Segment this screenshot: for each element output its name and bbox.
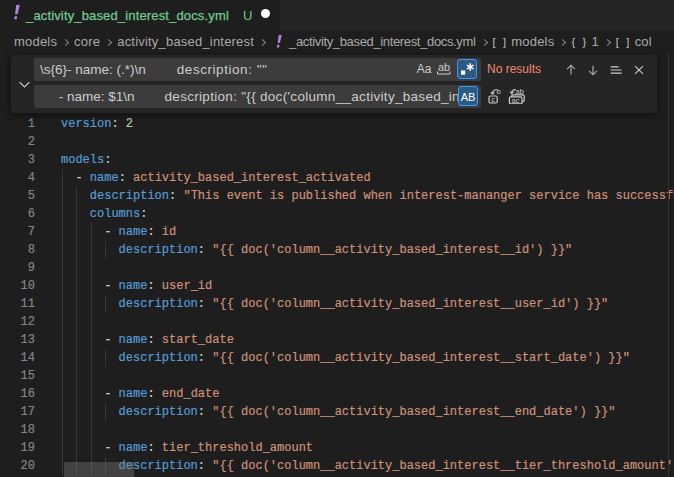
svg-text:b: b <box>497 88 501 96</box>
svg-text:ab: ab <box>438 61 450 73</box>
svg-text:ac: ac <box>512 96 520 104</box>
svg-text:c: c <box>491 95 495 104</box>
